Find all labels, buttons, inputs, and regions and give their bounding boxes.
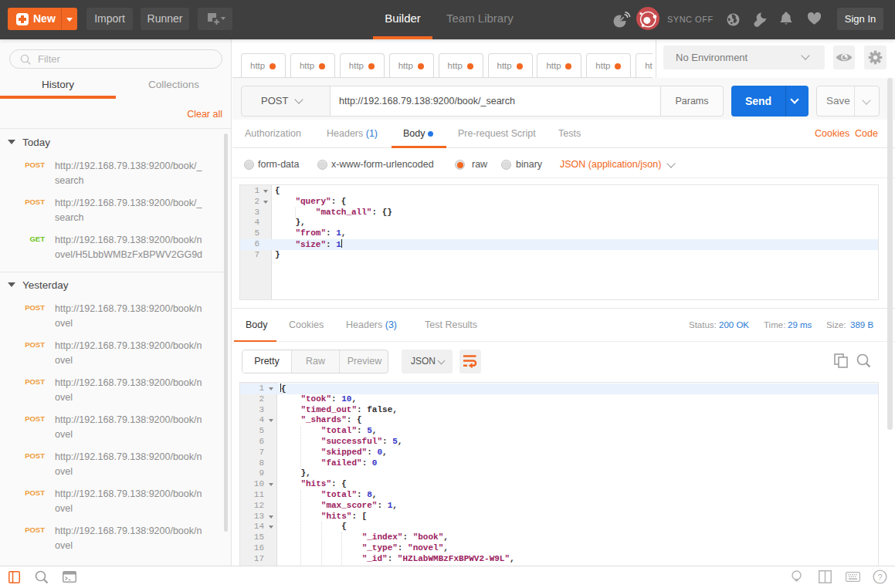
svg-text:?: ? xyxy=(877,573,882,582)
